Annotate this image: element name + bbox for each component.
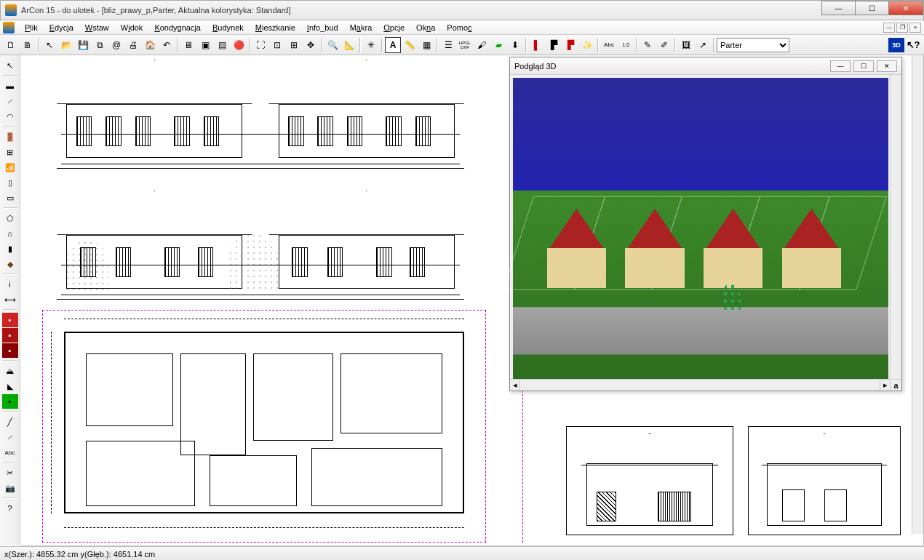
door-icon[interactable]: 🚪 xyxy=(2,129,18,144)
mdi-minimize[interactable]: — xyxy=(883,23,895,33)
menu-mieszkanie[interactable]: Mieszkanie xyxy=(251,22,300,33)
save-icon[interactable]: 💾 xyxy=(75,37,91,53)
preview-scrollbar-horizontal[interactable] xyxy=(520,380,880,391)
abc-icon[interactable]: Abc xyxy=(601,37,617,53)
slab-icon[interactable]: ▭ xyxy=(2,191,18,205)
canvas-scrollbar-vertical[interactable] xyxy=(912,55,923,534)
preview-close[interactable]: ✕ xyxy=(877,60,897,72)
snap-icon[interactable]: ✳ xyxy=(363,37,379,53)
dim-icon[interactable]: 1.0 xyxy=(618,37,634,53)
section-icon[interactable]: ✂ xyxy=(2,465,18,480)
menu-plik[interactable]: Plik xyxy=(20,22,42,33)
new-wizard-icon[interactable]: 🗎 xyxy=(20,37,36,53)
column-icon[interactable]: ▯ xyxy=(2,175,18,190)
close-button[interactable]: ✕ xyxy=(888,1,923,15)
select-tool-icon[interactable]: ↖ xyxy=(2,58,18,73)
menu-kondygnacja[interactable]: Kondygnacja xyxy=(150,22,205,33)
preview-3d-window[interactable]: Podgląd 3D — ☐ ✕ ◂ ▸ a xyxy=(509,57,902,391)
camera-icon[interactable]: 📷 xyxy=(2,481,18,495)
layer-icon[interactable]: ☰ xyxy=(440,37,456,53)
help-tool-icon[interactable]: ? xyxy=(2,501,18,516)
maximize-button[interactable]: ☐ xyxy=(855,1,888,15)
info-icon[interactable]: i xyxy=(2,277,18,292)
roof-icon[interactable]: ⬠ xyxy=(2,211,18,225)
menu-makra[interactable]: Makra xyxy=(346,22,377,33)
spark-icon[interactable]: ✨ xyxy=(579,37,595,53)
preview-maximize[interactable]: ☐ xyxy=(853,60,874,72)
menu-opcje[interactable]: Opcje xyxy=(379,22,409,33)
menu-okna[interactable]: Okna xyxy=(412,22,439,33)
pan-icon[interactable]: ✥ xyxy=(303,37,319,53)
gallery-icon[interactable]: 🏠 xyxy=(142,37,158,53)
brush-icon[interactable]: 🖌 xyxy=(474,37,490,53)
text-a-icon[interactable]: A xyxy=(385,37,401,53)
beam-icon[interactable]: ◆ xyxy=(2,257,18,271)
screen-icon[interactable]: 🖥 xyxy=(180,37,196,53)
email-icon[interactable]: @ xyxy=(108,37,124,53)
polyline-icon[interactable]: ⟋ xyxy=(2,430,18,444)
preview-scroll-right[interactable]: ▸ xyxy=(880,380,890,391)
menu-budynek[interactable]: Budynek xyxy=(208,22,248,33)
preview-scroll-left[interactable]: ◂ xyxy=(510,380,520,391)
preview-viewport[interactable] xyxy=(510,75,901,379)
hpgl-icon[interactable]: HPGLDXF xyxy=(457,37,473,53)
terrain-icon[interactable]: ⛰ xyxy=(2,364,18,378)
cursor-icon[interactable]: ↖ xyxy=(41,37,57,53)
flag-icon[interactable]: ▛ xyxy=(546,37,562,53)
window-icon[interactable]: ▣ xyxy=(197,37,213,53)
canvas-scrollbar-horizontal[interactable] xyxy=(20,545,924,546)
undo-icon[interactable]: ↶ xyxy=(159,37,175,53)
preview-corner-a[interactable]: a xyxy=(890,380,901,391)
red2-icon[interactable]: ▪ xyxy=(2,328,18,343)
wand2-icon[interactable]: ✐ xyxy=(656,37,672,53)
view-3d-button[interactable]: 3D xyxy=(888,38,904,52)
preview-minimize[interactable]: — xyxy=(830,60,851,72)
zoom-all-icon[interactable]: ⛶ xyxy=(252,37,268,53)
measure-icon[interactable]: 📐 xyxy=(341,37,357,53)
help-icon[interactable]: ↖? xyxy=(905,37,921,53)
zoom-window-icon[interactable]: ⊡ xyxy=(269,37,285,53)
curve-wall-icon[interactable]: ⟋ xyxy=(2,94,18,108)
mdi-restore[interactable]: ❐ xyxy=(896,23,908,33)
dormer-icon[interactable]: ⌂ xyxy=(2,226,18,241)
mdi-close[interactable]: × xyxy=(909,23,921,33)
preview-titlebar[interactable]: Podgląd 3D — ☐ ✕ xyxy=(510,57,901,75)
window-tool-icon[interactable]: ⊞ xyxy=(2,145,18,159)
open-icon[interactable]: 📂 xyxy=(58,37,74,53)
grid-icon[interactable]: ▦ xyxy=(418,37,434,53)
floor-selector[interactable]: Parter xyxy=(717,38,789,52)
menu-wstaw[interactable]: Wstaw xyxy=(81,22,113,33)
red-flag-icon[interactable]: ▛ xyxy=(562,37,578,53)
ruler-icon[interactable]: 📏 xyxy=(402,37,418,53)
zoom-prev-icon[interactable]: ⊞ xyxy=(286,37,302,53)
multi-window-icon[interactable]: ▤ xyxy=(214,37,230,53)
copy-icon[interactable]: ⧉ xyxy=(92,37,108,53)
wand-icon[interactable]: ✎ xyxy=(640,37,656,53)
minimize-button[interactable]: — xyxy=(821,1,855,15)
green-icon[interactable]: ▪ xyxy=(2,394,18,409)
arc-wall-icon[interactable]: ◠ xyxy=(2,109,18,124)
red1-icon[interactable]: ▪ xyxy=(2,313,18,327)
img-icon[interactable]: 🖼 xyxy=(678,37,694,53)
preview-scrollbar-vertical[interactable] xyxy=(890,75,901,379)
menu-edycja[interactable]: Edycja xyxy=(45,22,78,33)
red-brush-icon[interactable]: ▌ xyxy=(529,37,545,53)
chimney-icon[interactable]: ▮ xyxy=(2,241,18,256)
stairs-icon[interactable]: 📶 xyxy=(2,160,18,175)
vdim-icon[interactable]: ⟷ xyxy=(2,292,18,307)
darkred-icon[interactable]: ▪ xyxy=(2,343,18,358)
wall-tool-icon[interactable]: ▬ xyxy=(2,79,18,93)
text-tool-icon[interactable]: Abc xyxy=(2,445,18,460)
green-brush-icon[interactable]: ▰ xyxy=(490,37,506,53)
new-icon[interactable]: 🗋 xyxy=(3,37,19,53)
menu-infobud[interactable]: Info_bud xyxy=(303,22,343,33)
zoom-icon[interactable]: 🔍 xyxy=(324,37,340,53)
slope-icon[interactable]: ◣ xyxy=(2,379,18,393)
line-tool-icon[interactable]: ╱ xyxy=(2,415,18,429)
menu-widok[interactable]: Widok xyxy=(116,22,148,33)
pointer2-icon[interactable]: ↗ xyxy=(695,37,711,53)
menu-pomoc[interactable]: Pomoc xyxy=(442,22,476,33)
arrow-down-icon[interactable]: ⬇ xyxy=(507,37,523,53)
print-icon[interactable]: 🖨 xyxy=(125,37,141,53)
color-icon[interactable]: 🔴 xyxy=(231,37,247,53)
